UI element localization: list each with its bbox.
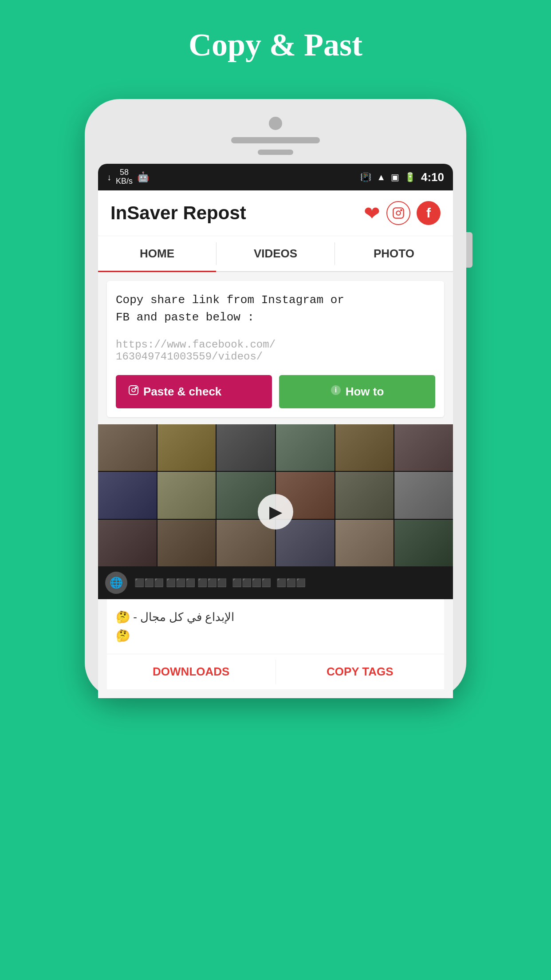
paste-icon [128, 385, 139, 399]
grid-cell [157, 424, 216, 471]
video-bottom-bar: 🌐 ⬛⬛⬛ ⬛⬛⬛ ⬛⬛⬛ ⬛⬛⬛⬛ ⬛⬛⬛ [98, 566, 453, 599]
grid-cell [157, 520, 216, 566]
grid-cell [335, 424, 394, 471]
downloads-button[interactable]: DOWNLOADS [107, 654, 276, 689]
app-content: Copy share link from Instagram orFB and … [98, 272, 453, 698]
phone-camera [269, 117, 282, 130]
url-card: Copy share link from Instagram orFB and … [107, 281, 444, 417]
grid-cell [394, 472, 453, 518]
download-icon: ↓ [107, 172, 111, 182]
grid-cell [335, 520, 394, 566]
info-icon: i [331, 385, 341, 399]
copy-tags-button[interactable]: COPY TAGS [276, 654, 445, 689]
grid-cell [335, 472, 394, 518]
phone-side-button [466, 232, 472, 268]
instagram-icon[interactable] [386, 201, 410, 225]
url-input[interactable]: https://www.facebook.com/163049741003559… [116, 335, 435, 366]
paste-check-button[interactable]: Paste & check [116, 375, 272, 408]
channel-icon: 🌐 [105, 572, 127, 594]
svg-point-4 [132, 388, 135, 392]
battery-icon: 🔋 [405, 172, 416, 182]
grid-cell [98, 424, 157, 471]
grid-cell [98, 520, 157, 566]
video-grid-container: ▶ 🌐 ⬛⬛⬛ ⬛⬛⬛ ⬛⬛⬛ ⬛⬛⬛⬛ ⬛⬛⬛ [98, 424, 453, 599]
tab-photo[interactable]: PHOTO [335, 236, 453, 271]
speed-indicator: 58KB/s [116, 168, 133, 186]
video-description: 🤔 - الإبداع في كل مجال🤔 [107, 599, 444, 654]
wifi-icon: ▲ [377, 172, 386, 182]
header-icons: ❤ f [364, 201, 441, 225]
bottom-action-bar: DOWNLOADS COPY TAGS [107, 654, 444, 689]
app-header: InSaver Repost ❤ f [98, 190, 453, 236]
grid-cell [394, 424, 453, 471]
grid-cell [98, 472, 157, 518]
vibrate-icon: 📳 [360, 172, 371, 182]
svg-point-2 [401, 209, 401, 210]
grid-cell [394, 520, 453, 566]
status-time: 4:10 [421, 170, 444, 184]
app-title: InSaver Repost [110, 202, 246, 224]
status-bar: ↓ 58KB/s 🤖 📳 ▲ ▣ 🔋 4:10 [98, 164, 453, 190]
phone-sensor [258, 150, 293, 155]
play-button[interactable]: ▶ [258, 494, 293, 530]
android-icon: 🤖 [137, 171, 149, 183]
howto-button[interactable]: i How to [279, 375, 435, 408]
signal-icon: ▣ [391, 172, 399, 182]
svg-point-5 [135, 387, 137, 388]
url-instruction: Copy share link from Instagram orFB and … [116, 292, 435, 326]
phone-speaker [231, 137, 320, 143]
phone-shell: ↓ 58KB/s 🤖 📳 ▲ ▣ 🔋 4:10 InSaver Repost ❤ [85, 99, 466, 698]
phone-screen: ↓ 58KB/s 🤖 📳 ▲ ▣ 🔋 4:10 InSaver Repost ❤ [98, 164, 453, 698]
tab-home[interactable]: HOME [98, 236, 216, 271]
heart-icon[interactable]: ❤ [364, 202, 380, 225]
page-title: Copy & Past [189, 27, 362, 63]
svg-point-1 [396, 211, 400, 215]
action-buttons: Paste & check i How to [116, 375, 435, 408]
tab-videos[interactable]: VIDEOS [216, 236, 335, 271]
howto-btn-label: How to [346, 385, 384, 399]
facebook-icon[interactable]: f [417, 201, 441, 225]
svg-text:i: i [335, 386, 336, 394]
nav-tabs: HOME VIDEOS PHOTO [98, 236, 453, 272]
grid-cell [216, 424, 275, 471]
paste-btn-label: Paste & check [143, 385, 221, 399]
status-left: ↓ 58KB/s 🤖 [107, 168, 149, 186]
status-right: 📳 ▲ ▣ 🔋 4:10 [360, 170, 444, 184]
grid-cell [276, 424, 335, 471]
svg-rect-0 [393, 208, 403, 218]
grid-cell [157, 472, 216, 518]
channel-text: ⬛⬛⬛ ⬛⬛⬛ ⬛⬛⬛ ⬛⬛⬛⬛ ⬛⬛⬛ [134, 578, 446, 588]
phone-top [98, 117, 453, 155]
